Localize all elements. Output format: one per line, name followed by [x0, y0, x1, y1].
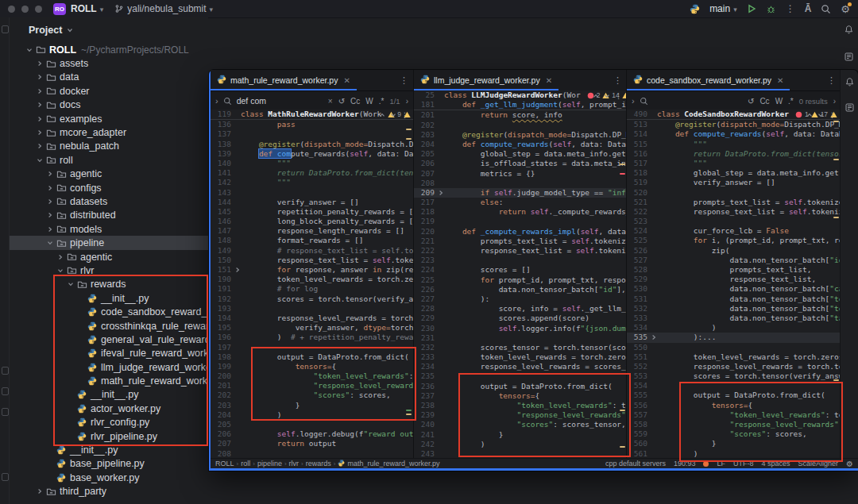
line-number[interactable]: 490 [627, 110, 650, 119]
tree-item-nebula-patch[interactable]: nebula_patch [10, 140, 208, 153]
line-number[interactable]: 533 [627, 314, 650, 323]
line-number[interactable]: 151 [211, 265, 234, 275]
line-number[interactable]: 235 [414, 371, 437, 381]
line-number[interactable]: 525 [627, 236, 650, 245]
tree-item-math-rule-reward-worker-py[interactable]: math_rule_reward_worker.py [10, 374, 208, 387]
tree-item-mcore-adapter[interactable]: mcore_adapter [10, 125, 208, 139]
line-number[interactable]: 200 [211, 371, 234, 381]
tree-item-assets[interactable]: assets [10, 56, 208, 70]
match-case-toggle[interactable]: Cc [350, 97, 360, 106]
tab-llm-judge-reward-worker[interactable]: llm_judge_reward_worker.py ✕ [414, 70, 558, 90]
line-number[interactable]: 232 [414, 343, 437, 352]
line-number[interactable]: 190 [211, 275, 234, 284]
stripe-icon[interactable] [2, 408, 9, 416]
line-number[interactable]: 231 [414, 333, 437, 343]
line-number[interactable]: 557 [627, 410, 650, 420]
chevron-right-icon[interactable] [44, 198, 55, 205]
line-number[interactable]: 561 [627, 449, 650, 459]
line-number[interactable]: 535 [627, 333, 650, 342]
stripe-icon[interactable] [2, 387, 9, 395]
line-number[interactable]: 205 [414, 149, 437, 159]
breadcrumb-item[interactable]: rlvr [289, 460, 300, 467]
breadcrumb-item[interactable]: rewards [306, 460, 331, 467]
header-navigation[interactable]: ⋮ [379, 110, 408, 120]
project-panel-header[interactable]: Project [10, 17, 208, 36]
tree-item--init-py[interactable]: __init__.py [10, 443, 208, 456]
debug-icon[interactable] [766, 4, 776, 14]
chevron-right-icon[interactable] [44, 171, 55, 177]
line-number[interactable]: 534 [627, 323, 650, 333]
line-number[interactable]: 137 [211, 129, 234, 139]
tree-item-data[interactable]: data [10, 71, 208, 84]
header-navigation[interactable]: ⋮ [806, 110, 836, 120]
line-number[interactable]: 145 [211, 207, 234, 217]
close-window-icon[interactable] [8, 6, 15, 13]
stripe-icon[interactable] [2, 367, 9, 375]
line-number[interactable]: 199 [211, 362, 234, 371]
line-number[interactable]: 181 [414, 100, 437, 110]
line-number[interactable]: 236 [414, 382, 437, 391]
project-switcher[interactable]: ROLL▾ [71, 3, 103, 14]
line-number[interactable]: 146 [211, 217, 234, 226]
line-number[interactable]: 195 [211, 323, 234, 333]
run-icon[interactable] [747, 4, 756, 13]
chevron-right-icon[interactable] [34, 60, 44, 67]
line-number[interactable]: 531 [627, 294, 650, 304]
line-number[interactable]: 148 [211, 236, 234, 245]
chevron-right-icon[interactable] [34, 116, 44, 122]
run-configuration-selector[interactable]: main▾ [709, 3, 737, 14]
maximize-window-icon[interactable] [35, 6, 42, 13]
line-number[interactable]: 191 [211, 284, 234, 294]
line-number[interactable]: 552 [627, 362, 650, 371]
line-number[interactable]: 136 [211, 120, 234, 129]
code-editor[interactable]: 490class CodeSandboxRewardWorker1171218⋮… [627, 110, 841, 459]
line-number[interactable]: 193 [211, 304, 234, 314]
chevron-down-icon[interactable] [24, 47, 34, 53]
status-item[interactable]: UTF-8 [733, 460, 754, 467]
search-history-icon[interactable]: ↺ [748, 97, 754, 106]
line-number[interactable]: 240 [414, 420, 437, 429]
tree-item-agentic[interactable]: agentic [10, 250, 208, 264]
line-number[interactable]: 202 [211, 391, 234, 400]
chevron-right-icon[interactable] [44, 212, 55, 218]
line-number[interactable]: 206 [211, 429, 234, 439]
line-number[interactable]: 140 [211, 159, 234, 168]
line-number[interactable]: 554 [627, 381, 650, 391]
search-everywhere-icon[interactable] [821, 4, 831, 14]
line-number[interactable]: 208 [211, 449, 234, 459]
code-editor[interactable]: 25class LLMJudgeRewardWorker(Wor21431⋮18… [414, 90, 627, 459]
more-actions-icon[interactable]: ⋮ [786, 3, 795, 14]
chevron-right-icon[interactable] [34, 88, 44, 94]
close-tab-icon[interactable]: ✕ [777, 76, 783, 85]
line-number[interactable]: 149 [211, 246, 234, 256]
status-item[interactable]: cpp default servers [605, 460, 666, 467]
chevron-right-icon[interactable] [34, 143, 44, 149]
tree-item-agentic[interactable]: agentic [10, 167, 208, 181]
notifications-icon[interactable] [844, 24, 854, 38]
match-case-toggle[interactable]: Cc [759, 97, 769, 106]
line-number[interactable]: 206 [414, 159, 437, 168]
clear-search-icon[interactable]: × [328, 97, 333, 106]
regex-toggle[interactable]: .* [379, 97, 385, 106]
line-number[interactable]: 25 [414, 90, 437, 100]
line-number[interactable]: 519 [627, 178, 650, 187]
line-number[interactable]: 226 [414, 285, 437, 294]
tree-item-configs[interactable]: configs [10, 181, 208, 194]
line-number[interactable]: 555 [627, 391, 650, 400]
line-number[interactable]: 201 [211, 381, 234, 391]
tree-item-examples[interactable]: examples [10, 112, 208, 125]
tree-item-code-sandbox-reward-worker-py[interactable]: code_sandbox_reward_worker.py [10, 305, 208, 318]
line-number[interactable]: 524 [627, 226, 650, 236]
line-number[interactable]: 143 [211, 188, 234, 198]
line-number[interactable]: 241 [414, 430, 437, 440]
expand-find-icon[interactable]: › [215, 96, 218, 106]
breadcrumb[interactable]: ROLL›roll›pipeline›rlvr›rewards›math_rul… [215, 460, 440, 468]
status-item[interactable]: 190:93 [674, 460, 696, 467]
ai-assistant-icon[interactable] [844, 102, 855, 116]
tree-item-distributed[interactable]: distributed [10, 209, 208, 222]
line-number[interactable]: 119 [211, 110, 234, 119]
expand-find-icon[interactable]: › [632, 96, 635, 106]
status-settings-icon[interactable]: ⚙ [846, 460, 853, 468]
line-number[interactable]: 225 [414, 275, 437, 285]
line-number[interactable]: 234 [414, 362, 437, 371]
